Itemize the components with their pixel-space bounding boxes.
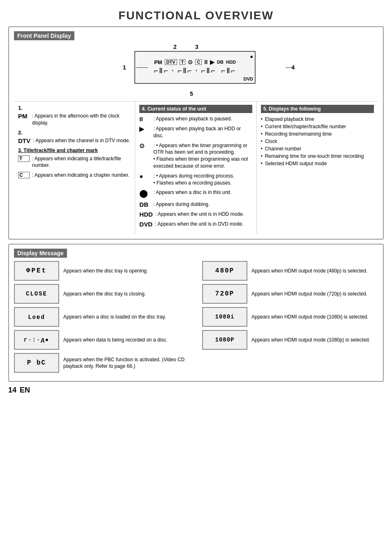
screen-pbc: P bС [14, 353, 59, 373]
screen-load-text: Loɐd [28, 314, 45, 321]
arrow-4 [286, 67, 294, 68]
arrow-1 [136, 67, 148, 68]
dvd-sym: DVD [139, 221, 152, 228]
timer-icon: ⊙ [188, 59, 193, 65]
page: FUNCTIONAL OVERVIEW Front Panel Display … [0, 0, 392, 403]
msg-rec: г·:·д● Appears when data is being record… [14, 330, 190, 350]
t-item: T : Appears when indicating a title/trac… [18, 155, 131, 169]
screen-pbc-text: P bС [27, 359, 46, 367]
screen-close: СLOSЕ [14, 284, 59, 304]
panel-diagram-area: 2 3 1 4 5 PM DTV T ⊙ C II [14, 44, 378, 97]
seg-dot2: · [194, 67, 200, 75]
pause-sym: II [139, 115, 151, 122]
msg-1080i-text: Appears when HDMI output mode (1080i) is… [251, 314, 369, 321]
pm-item: PM : Appears in the afternoon with the c… [18, 113, 131, 127]
timer-text: : • Appears when the timer programming o… [153, 142, 252, 170]
column-2: 4. Current status of the unit II : Appea… [135, 102, 256, 234]
disc-sym: ⬤ [139, 189, 151, 198]
dvd-text: : Appears when the unit is in DVD mode. [155, 221, 243, 228]
col3-item-5: Remaining time for one-touch timer recor… [261, 152, 374, 160]
col3-item-3: Clock [261, 138, 374, 145]
msg-close-text: Appears when the disc tray is closing. [63, 291, 146, 298]
screen-load: Loɐd [14, 307, 59, 327]
col2-item-1: ▶ : Appears when playing back an HDD or … [139, 125, 252, 139]
dtv-sym: DTV [18, 137, 30, 144]
label-1: 1 [123, 64, 126, 71]
display-msg-right: 480P Appears when HDMI output mode (480p… [202, 261, 378, 376]
c-item: C : Appears when indicating a chapter nu… [18, 172, 131, 179]
screen-1080p-text: 1080P [215, 337, 234, 343]
t-sym: T [18, 155, 30, 162]
rec-dot: ● [250, 53, 253, 60]
col3-item-6: Selected HDMI output mode [261, 160, 374, 167]
col2-item-2: ⊙ : • Appears when the timer programming… [139, 142, 252, 170]
msg-720p: 720P Appears when HDMI output mode (720p… [202, 284, 378, 304]
msg-pbc-text: Appears when the PBC function is activat… [63, 356, 190, 370]
hdd-text: : Appears when the unit is in HDD mode. [155, 211, 244, 218]
msg-open-text: Appears when the disc tray is opening. [63, 268, 148, 275]
disc-text: : Appears when a disc is in this unit. [153, 189, 231, 196]
msg-480p: 480P Appears when HDMI output mode (480p… [202, 261, 378, 281]
msg-load: Loɐd Appears when a disc is loaded on th… [14, 307, 190, 327]
c-indicator: C [195, 59, 202, 65]
record-text: : • Appears during recording process.• F… [153, 173, 234, 187]
pm-indicator: PM [154, 59, 162, 65]
page-title: FUNCTIONAL OVERVIEW [8, 4, 384, 26]
msg-open: ФРЕt Appears when the disc tray is openi… [14, 261, 190, 281]
front-panel-section: Front Panel Display 2 3 1 4 5 PM DTV [8, 26, 384, 240]
column-1: 1. PM : Appears in the afternoon with th… [14, 102, 135, 234]
pause-text: : Appears when playback is paused. [153, 115, 232, 122]
col3-item-1: Current title/chapter/track/file number [261, 123, 374, 130]
screen-480p: 480P [202, 261, 247, 281]
screen-rec: г·:·д● [14, 330, 59, 350]
col1-number2: 2. [18, 129, 131, 136]
segment-display: ⌐Ⅱ⌐ · ⌐Ⅱ⌐ · ⌐Ⅱ⌐ ⌐Ⅱ⌐ [154, 66, 236, 75]
seg2: ⌐Ⅱ⌐ [178, 66, 193, 75]
dvd-indicator: DVD [244, 76, 253, 81]
page-number: 14 [8, 386, 16, 395]
msg-rec-text: Appears when data is being recorded on a… [63, 337, 168, 344]
front-panel-title: Front Panel Display [14, 31, 74, 40]
screen-480p-text: 480P [215, 267, 234, 275]
seg4: ⌐Ⅱ⌐ [221, 66, 236, 75]
col3-list: Elapsed playback time Current title/chap… [261, 115, 374, 167]
col2-item-6: HDD : Appears when the unit is in HDD mo… [139, 211, 252, 218]
hdd-sym: HDD [139, 211, 153, 218]
msg-720p-text: Appears when HDMI output mode (720p) is … [251, 291, 367, 298]
col3-item-2: Recording time/remaining time [261, 130, 374, 138]
play-text: : Appears when playing back an HDD or di… [153, 125, 252, 139]
label-3: 3 [195, 44, 198, 50]
msg-pbc: P bС Appears when the PBC function is ac… [14, 353, 190, 373]
screen-1080i: 1080i [202, 307, 247, 327]
column-3: 5. Displays the following Elapsed playba… [257, 102, 378, 234]
page-footer: 14 EN [8, 386, 384, 395]
screen-720p: 720P [202, 284, 247, 304]
pause-indicator: II [204, 59, 208, 65]
screen-close-text: СLOSЕ [26, 291, 47, 297]
screen-rec-text: г·:·д● [24, 337, 49, 343]
msg-close: СLOSЕ Appears when the disc tray is clos… [14, 284, 190, 304]
msg-1080p: 1080P Appears when HDMI output mode (108… [202, 330, 378, 350]
display-msg-left: ФРЕt Appears when the disc tray is openi… [14, 261, 190, 376]
dtv-text: : Appears when the channel is in DTV mod… [33, 137, 130, 144]
display-msg-grid: ФРЕt Appears when the disc tray is openi… [14, 261, 378, 376]
screen-open: ФРЕt [14, 261, 59, 281]
panel-top-row: PM DTV T ⊙ C II ▶ DB HDD [152, 59, 238, 65]
record-sym: ● [139, 173, 151, 180]
screen-720p-text: 720P [215, 290, 234, 298]
three-columns: 1. PM : Appears in the afternoon with th… [14, 101, 378, 234]
panel-box: PM DTV T ⊙ C II ▶ DB HDD ⌐Ⅱ⌐ · ⌐Ⅱ⌐ [134, 51, 256, 84]
msg-1080i: 1080i Appears when HDMI output mode (108… [202, 307, 378, 327]
t-text: : Appears when indicating a title/track/… [32, 155, 131, 169]
label-5: 5 [190, 90, 193, 97]
col2-item-3: ● : • Appears during recording process.•… [139, 173, 252, 187]
language-label: EN [20, 386, 30, 395]
db-indicator: DB [217, 60, 224, 65]
dtv-indicator: DTV [165, 59, 177, 65]
hdd-indicator: HDD [226, 60, 236, 65]
play-indicator: ▶ [210, 59, 214, 65]
col2-item-0: II : Appears when playback is paused. [139, 115, 252, 122]
c-sym: C [18, 172, 30, 178]
dtv-item: DTV : Appears when the channel is in DTV… [18, 137, 131, 144]
col3-item-0: Elapsed playback time [261, 115, 374, 123]
